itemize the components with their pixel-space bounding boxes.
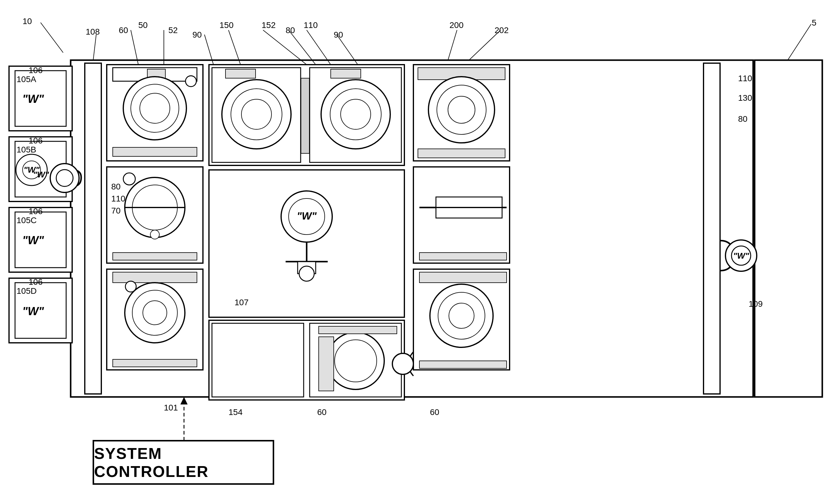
svg-point-43 (241, 99, 271, 129)
svg-rect-17 (107, 65, 203, 161)
svg-rect-51 (209, 170, 404, 317)
ref-106d: 106 (28, 277, 43, 287)
ref-50: 50 (138, 20, 148, 30)
svg-rect-33 (113, 272, 197, 283)
svg-rect-32 (107, 269, 203, 370)
svg-point-71 (448, 96, 475, 123)
svg-rect-61 (310, 323, 401, 397)
svg-rect-38 (113, 359, 197, 367)
svg-point-86 (725, 240, 757, 271)
ref-101: 101 (164, 403, 178, 413)
svg-line-97 (131, 30, 138, 65)
svg-rect-60 (212, 323, 304, 397)
svg-line-99 (228, 30, 241, 65)
svg-point-52 (281, 191, 332, 242)
svg-rect-85 (704, 63, 720, 394)
system-controller-box: SYSTEM CONTROLLER (93, 441, 273, 484)
svg-point-37 (143, 301, 167, 325)
svg-rect-45 (310, 68, 401, 162)
svg-point-21 (123, 77, 186, 140)
ref-109: 109 (749, 299, 763, 309)
svg-rect-39 (209, 65, 404, 166)
ref-154: 154 (228, 408, 243, 417)
ref-90a: 90 (192, 30, 202, 40)
ref-108: 108 (86, 27, 100, 37)
svg-point-82 (449, 303, 474, 328)
ref-106a: 106 (28, 66, 43, 75)
svg-rect-73 (413, 167, 510, 263)
svg-point-30 (150, 230, 159, 239)
svg-text:"W": "W" (22, 234, 44, 247)
svg-text:"W": "W" (22, 305, 44, 317)
svg-rect-50 (301, 78, 309, 153)
svg-point-53 (289, 198, 325, 235)
ref-90b: 90 (334, 30, 343, 40)
svg-rect-72 (418, 149, 505, 158)
ref-60a: 60 (119, 26, 128, 35)
ref-w-105b: "W" (33, 170, 49, 179)
svg-text:"W": "W" (297, 210, 317, 222)
ref-110c: 110 (111, 194, 125, 203)
ref-5: 5 (812, 18, 816, 28)
svg-point-70 (437, 85, 486, 134)
svg-rect-0 (71, 60, 753, 397)
svg-rect-67 (418, 68, 505, 80)
svg-point-68 (460, 78, 466, 84)
ref-130: 130 (738, 93, 752, 103)
diagram-svg: "W" "W" "W" "W" (0, 0, 834, 504)
svg-line-96 (93, 35, 96, 60)
svg-point-81 (438, 292, 485, 339)
svg-line-94 (41, 23, 63, 52)
svg-point-41 (222, 80, 291, 149)
svg-line-105 (448, 30, 457, 60)
svg-rect-31 (113, 253, 197, 260)
svg-rect-16 (85, 63, 101, 394)
svg-rect-24 (113, 147, 197, 156)
svg-line-102 (204, 35, 214, 65)
svg-point-80 (430, 284, 493, 347)
ref-80c: 80 (111, 182, 120, 192)
system-controller-label: SYSTEM CONTROLLER (94, 444, 273, 481)
svg-point-34 (125, 281, 136, 292)
svg-rect-65 (319, 326, 397, 334)
svg-rect-18 (113, 68, 197, 81)
ref-10: 10 (23, 17, 32, 26)
svg-rect-79 (419, 272, 507, 283)
svg-point-35 (125, 283, 185, 343)
ref-110b: 110 (738, 74, 752, 83)
diagram-container: "W" "W" "W" "W" (0, 0, 834, 504)
svg-point-46 (321, 80, 390, 149)
svg-rect-59 (209, 320, 404, 400)
svg-text:"W": "W" (22, 93, 44, 105)
ref-105d: 105D (17, 286, 37, 296)
ref-150: 150 (219, 20, 234, 30)
ref-80a: 80 (286, 26, 295, 35)
svg-point-42 (231, 89, 282, 140)
svg-point-63 (335, 340, 377, 382)
svg-rect-75 (436, 197, 502, 218)
ref-106c: 106 (28, 206, 43, 216)
svg-point-47 (330, 89, 381, 140)
svg-rect-25 (107, 167, 203, 263)
svg-point-58 (299, 266, 314, 281)
svg-marker-93 (180, 397, 188, 404)
ref-105a: 105A (17, 74, 36, 84)
svg-point-22 (131, 84, 179, 132)
svg-point-90 (56, 170, 73, 187)
svg-rect-44 (225, 69, 256, 78)
svg-line-95 (788, 24, 811, 60)
svg-point-87 (731, 246, 751, 265)
ref-152: 152 (262, 20, 276, 30)
ref-106b: 106 (28, 136, 43, 146)
svg-line-100 (263, 30, 307, 65)
svg-rect-19 (147, 69, 166, 80)
ref-110a: 110 (304, 20, 318, 30)
ref-202: 202 (495, 26, 509, 35)
svg-rect-1 (755, 60, 822, 397)
ref-200: 200 (449, 20, 464, 30)
svg-rect-49 (331, 69, 361, 78)
svg-rect-78 (413, 269, 510, 370)
svg-rect-40 (212, 68, 301, 162)
svg-rect-57 (298, 262, 316, 273)
svg-point-20 (185, 76, 196, 87)
